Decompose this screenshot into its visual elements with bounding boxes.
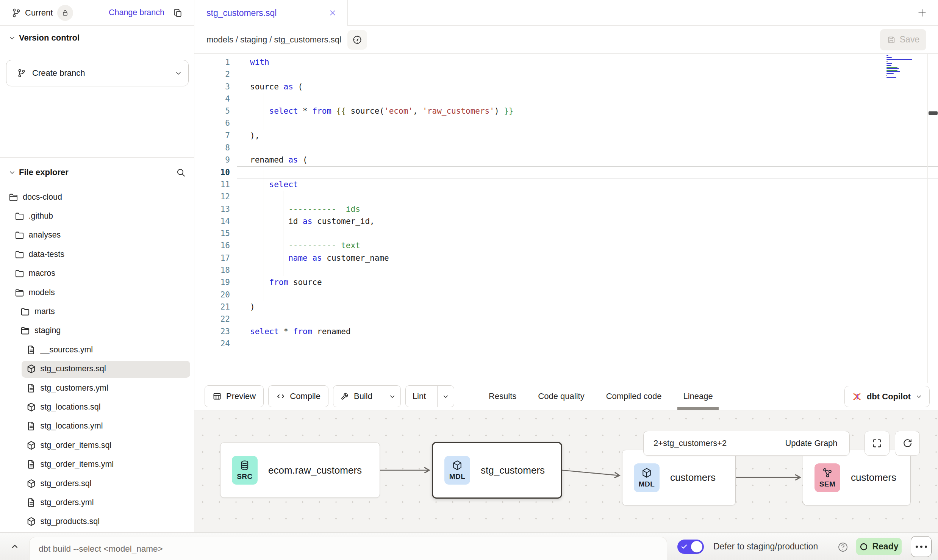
code-line-23[interactable]: 23select * from renamed [194,325,938,338]
expand-command-bar-button[interactable] [9,541,21,552]
help-icon[interactable] [837,541,849,553]
save-button[interactable]: Save [880,29,926,50]
lineage-node-src-ecom-raw-customers[interactable]: SRCecom.raw_customers [220,443,380,498]
scrollbar-thumb[interactable] [929,111,938,115]
close-icon[interactable] [328,9,337,17]
build-button[interactable]: Build [333,386,379,407]
network-icon [822,467,833,479]
code-line-15[interactable]: 15 [194,227,938,239]
action-toolbar: Preview Compile Build Lint ResultsCode q… [194,383,938,410]
build-label: Build [354,391,372,401]
tree-item-marts[interactable]: marts [0,302,194,321]
file-explorer-title: File explorer [19,167,69,177]
panel-tab-code-quality[interactable]: Code quality [538,383,584,410]
node-label: stg_customers [481,465,545,476]
tree-item-stg-order-items-yml[interactable]: stg_order_items.yml [0,455,194,474]
code-line-4[interactable]: 4 [194,93,938,105]
code-line-1[interactable]: 1with [194,56,938,68]
code-line-5[interactable]: 5 select * from {{ source('ecom', 'raw_c… [194,105,938,117]
code-line-19[interactable]: 19 from source [194,276,938,288]
version-control-header[interactable]: Version control [0,26,194,50]
code-editor[interactable]: 1with23source as (45 select * from {{ so… [194,54,938,383]
sidebar: Current Change branch Version control Cr… [0,0,194,532]
folder-icon [14,211,25,221]
compile-button[interactable]: Compile [268,385,328,407]
tree-item-stg-customers-sql[interactable]: stg_customers.sql [0,360,194,379]
tab-stg-customers-sql[interactable]: stg_customers.sql [194,0,348,26]
new-tab-button[interactable] [915,5,930,20]
chevron-down-icon [389,393,396,400]
create-branch-button[interactable]: Create branch [6,60,168,86]
lineage-graph[interactable]: SRCecom.raw_customersMDLstg_customersMDL… [194,410,938,532]
tree-item--github[interactable]: .github [0,206,194,225]
lineage-node-sem-customers[interactable]: SEMcustomers [803,450,911,505]
preview-button[interactable]: Preview [205,385,264,407]
refresh-button[interactable] [895,431,920,456]
file-doc-icon [26,383,36,393]
code-line-6[interactable]: 6 [194,117,938,129]
tree-item-models[interactable]: models [0,283,194,302]
code-line-11[interactable]: 11 select [194,178,938,191]
folder-icon [14,268,25,278]
copilot-compass-button[interactable] [347,30,367,50]
panel-tab-lineage[interactable]: Lineage [683,383,713,410]
status-badge[interactable]: Ready [856,538,902,555]
minimap[interactable] [886,55,913,77]
code-line-10[interactable]: 10 [194,166,938,178]
panel-tabs: ResultsCode qualityCompiled codeLineage [489,383,713,410]
code-line-18[interactable]: 18 [194,264,938,276]
file-model-icon [26,402,36,412]
database-icon [239,460,250,471]
command-input[interactable] [30,544,667,554]
code-line-3[interactable]: 3source as ( [194,81,938,93]
panel-tab-results[interactable]: Results [489,383,516,410]
code-line-22[interactable]: 22 [194,313,938,325]
tree-item-stg-customers-yml[interactable]: stg_customers.yml [0,379,194,397]
editor-tab-bar: stg_customers.sql [194,0,938,26]
code-line-12[interactable]: 12 [194,191,938,203]
tree-item--sources-yml[interactable]: __sources.yml [0,340,194,359]
file-explorer-header[interactable]: File explorer [0,157,194,187]
change-branch-link[interactable]: Change branch [109,8,164,17]
create-branch-dropdown[interactable] [168,60,188,86]
search-icon[interactable] [176,167,186,177]
lineage-node-mdl-customers[interactable]: MDLcustomers [622,450,736,505]
code-line-8[interactable]: 8 [194,142,938,154]
build-dropdown[interactable] [384,386,400,407]
code-line-21[interactable]: 21) [194,301,938,313]
code-line-2[interactable]: 2 [194,68,938,80]
lint-button[interactable]: Lint [406,386,433,407]
lineage-selector-input[interactable] [644,431,773,455]
lineage-controls: Update Graph [643,431,850,456]
dbt-copilot-button[interactable]: dbt Copilot [844,386,930,407]
tree-item-stg-locations-yml[interactable]: stg_locations.yml [0,417,194,436]
lineage-node-mdl-stg-customers[interactable]: MDLstg_customers [432,442,562,499]
tree-item-stg-products-sql[interactable]: stg_products.sql [0,512,194,531]
save-floppy-icon [887,35,896,44]
lint-dropdown[interactable] [437,386,454,407]
code-line-9[interactable]: 9renamed as ( [194,154,938,166]
update-graph-button[interactable]: Update Graph [773,431,849,455]
code-line-20[interactable]: 20 [194,289,938,301]
code-line-16[interactable]: 16 ---------- text [194,239,938,252]
panel-tab-compiled-code[interactable]: Compiled code [606,383,662,410]
tree-item-data-tests[interactable]: data-tests [0,245,194,264]
copy-branch-icon[interactable] [173,8,183,18]
tree-item-stg-order-items-sql[interactable]: stg_order_items.sql [0,436,194,455]
tree-item-stg-orders-yml[interactable]: stg_orders.yml [0,493,194,512]
code-line-17[interactable]: 17 name as customer_name [194,252,938,264]
code-line-7[interactable]: 7), [194,130,938,142]
defer-toggle[interactable] [677,540,704,554]
tree-item-stg-orders-sql[interactable]: stg_orders.sql [0,474,194,493]
tree-item-docs-cloud[interactable]: docs-cloud [0,188,194,206]
code-line-13[interactable]: 13 ---------- ids [194,203,938,215]
tree-item-staging[interactable]: staging [0,321,194,340]
tree-item-analyses[interactable]: analyses [0,226,194,245]
tree-item-stg-locations-sql[interactable]: stg_locations.sql [0,397,194,416]
code-line-24[interactable]: 24 [194,338,938,350]
code-line-14[interactable]: 14 id as customer_id, [194,215,938,227]
tree-item-macros[interactable]: macros [0,264,194,283]
more-options-button[interactable] [911,536,932,557]
fullscreen-button[interactable] [865,431,890,456]
status-circle-icon [859,542,868,551]
